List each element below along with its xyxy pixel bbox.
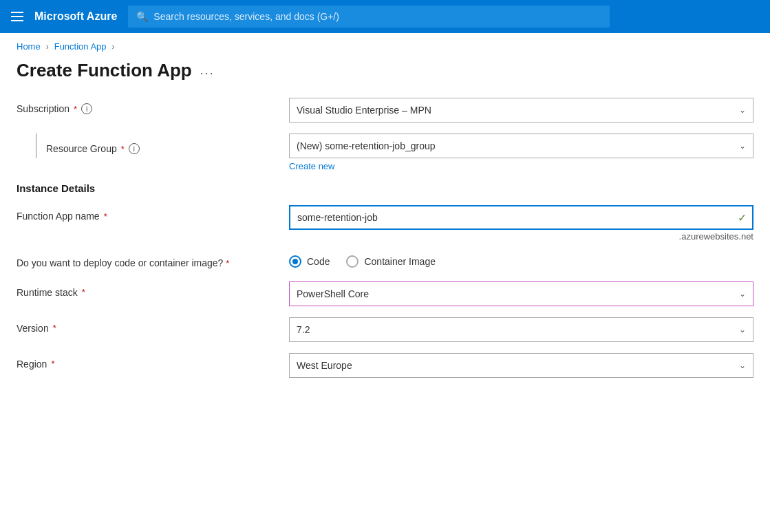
region-dropdown[interactable]: West Europe ⌄ bbox=[289, 353, 753, 378]
function-app-name-row: Function App name * ✓ .azurewebsites.net bbox=[17, 205, 753, 242]
version-control: 7.2 ⌄ bbox=[289, 317, 753, 342]
breadcrumb-function-app[interactable]: Function App bbox=[54, 41, 107, 52]
region-label-col: Region * bbox=[17, 353, 278, 370]
runtime-stack-row: Runtime stack * PowerShell Core ⌄ bbox=[17, 281, 753, 306]
region-label: Region bbox=[17, 359, 47, 370]
region-row: Region * West Europe ⌄ bbox=[17, 353, 753, 378]
resource-group-chevron-icon: ⌄ bbox=[739, 141, 746, 151]
subscription-value: Visual Studio Enterprise – MPN bbox=[297, 105, 431, 116]
resource-group-dropdown[interactable]: (New) some-retention-job_group ⌄ bbox=[289, 134, 753, 158]
resource-group-row: Resource Group * i (New) some-retention-… bbox=[17, 134, 753, 171]
search-input[interactable] bbox=[153, 11, 601, 22]
function-app-name-input[interactable] bbox=[289, 205, 753, 230]
version-dropdown[interactable]: 7.2 ⌄ bbox=[289, 317, 753, 342]
function-app-name-control: ✓ .azurewebsites.net bbox=[289, 205, 753, 242]
create-new-link[interactable]: Create new bbox=[289, 161, 334, 171]
radio-code-option[interactable]: Code bbox=[289, 255, 330, 268]
subscription-info-icon[interactable]: i bbox=[81, 103, 92, 114]
subscription-control: Visual Studio Enterprise – MPN ⌄ bbox=[289, 98, 753, 123]
runtime-stack-dropdown[interactable]: PowerShell Core ⌄ bbox=[289, 281, 753, 306]
runtime-stack-chevron-icon: ⌄ bbox=[739, 289, 746, 299]
version-row: Version * 7.2 ⌄ bbox=[17, 317, 753, 342]
page-header: Create Function App ... bbox=[0, 54, 770, 92]
radio-container-option[interactable]: Container Image bbox=[346, 255, 436, 268]
instance-details-heading: Instance Details bbox=[17, 182, 753, 194]
subscription-required: * bbox=[74, 104, 77, 114]
resource-group-label-col: Resource Group * i bbox=[17, 134, 278, 158]
subscription-chevron-icon: ⌄ bbox=[739, 105, 746, 115]
deploy-type-row: Do you want to deploy code or container … bbox=[17, 253, 753, 270]
deploy-radio-group: Code Container Image bbox=[289, 253, 753, 268]
deploy-question-text: Do you want to deploy code or container … bbox=[17, 257, 223, 268]
runtime-stack-label: Runtime stack bbox=[17, 287, 78, 298]
page-menu-dots[interactable]: ... bbox=[200, 63, 215, 78]
function-app-name-label-col: Function App name * bbox=[17, 205, 278, 222]
resource-group-info-icon[interactable]: i bbox=[129, 143, 140, 154]
radio-code-button[interactable] bbox=[289, 255, 301, 268]
region-chevron-icon: ⌄ bbox=[739, 361, 746, 370]
function-app-name-required: * bbox=[104, 211, 107, 222]
resource-group-required: * bbox=[121, 144, 125, 154]
version-value: 7.2 bbox=[297, 324, 310, 335]
subscription-label: Subscription bbox=[17, 103, 69, 114]
brand-logo: Microsoft Azure bbox=[34, 10, 117, 23]
function-app-name-label: Function App name bbox=[17, 211, 100, 222]
subscription-label-col: Subscription * i bbox=[17, 98, 278, 114]
deploy-required-star: * bbox=[226, 258, 229, 268]
version-label: Version bbox=[17, 323, 49, 334]
runtime-stack-value: PowerShell Core bbox=[297, 288, 369, 299]
version-required: * bbox=[53, 323, 56, 333]
version-chevron-icon: ⌄ bbox=[739, 325, 746, 334]
subscription-dropdown[interactable]: Visual Studio Enterprise – MPN ⌄ bbox=[289, 98, 753, 123]
breadcrumb: Home › Function App › bbox=[0, 33, 770, 54]
radio-container-button[interactable] bbox=[346, 255, 359, 268]
check-icon: ✓ bbox=[738, 211, 747, 224]
runtime-stack-control: PowerShell Core ⌄ bbox=[289, 281, 753, 306]
main-content: Subscription * i Visual Studio Enterpris… bbox=[0, 92, 770, 405]
runtime-stack-label-col: Runtime stack * bbox=[17, 281, 278, 298]
radio-container-label: Container Image bbox=[364, 256, 436, 267]
deploy-type-control: Code Container Image bbox=[289, 253, 753, 268]
top-navigation: Microsoft Azure 🔍 bbox=[0, 0, 770, 33]
resource-group-value: (New) some-retention-job_group bbox=[297, 140, 436, 151]
region-required: * bbox=[51, 359, 54, 369]
hamburger-menu-icon[interactable] bbox=[11, 12, 23, 21]
runtime-stack-required: * bbox=[82, 287, 85, 297]
breadcrumb-separator-1: › bbox=[46, 42, 49, 52]
subscription-row: Subscription * i Visual Studio Enterpris… bbox=[17, 98, 753, 123]
azurewebsites-suffix: .azurewebsites.net bbox=[289, 231, 753, 242]
version-label-col: Version * bbox=[17, 317, 278, 334]
region-control: West Europe ⌄ bbox=[289, 353, 753, 378]
deploy-question-label: Do you want to deploy code or container … bbox=[17, 253, 278, 270]
region-value: West Europe bbox=[297, 360, 352, 371]
resource-group-control: (New) some-retention-job_group ⌄ Create … bbox=[289, 134, 753, 171]
page-title: Create Function App bbox=[17, 60, 192, 81]
search-icon: 🔍 bbox=[136, 11, 148, 22]
resource-group-label: Resource Group bbox=[46, 143, 117, 154]
breadcrumb-home[interactable]: Home bbox=[17, 41, 41, 52]
radio-code-label: Code bbox=[307, 256, 330, 267]
function-app-name-wrapper: ✓ bbox=[289, 205, 753, 230]
global-search-bar[interactable]: 🔍 bbox=[128, 6, 610, 28]
breadcrumb-separator-2: › bbox=[112, 42, 115, 52]
